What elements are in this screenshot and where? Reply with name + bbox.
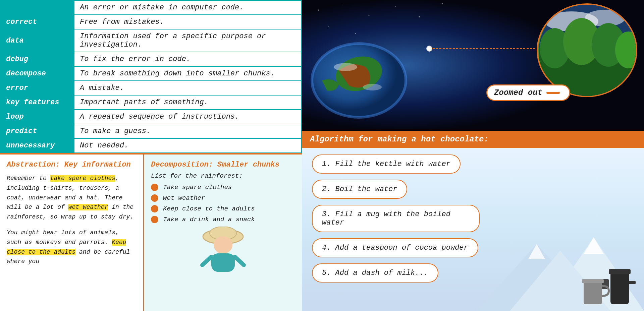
- zoomed-out-text: Zoomed out: [494, 88, 542, 97]
- left-panel: An error or mistake in computer code. co…: [0, 0, 302, 311]
- abstraction-text: Remember to take spare clothes, includin…: [7, 174, 137, 266]
- zoomed-view-icon: [538, 5, 637, 97]
- term-cell: decompose: [0, 66, 74, 81]
- bullet-icon: [151, 205, 158, 212]
- svg-rect-3: [211, 253, 235, 272]
- algo-step-4: 4. Add a teaspoon of cocoa powder: [312, 238, 478, 257]
- decomp-list: Take spare clothes Wet weather Keep clos…: [151, 184, 295, 223]
- algo-step-1: 1. Fill the kettle with water: [312, 154, 461, 174]
- svg-line-5: [235, 257, 244, 265]
- svg-point-31: [427, 46, 432, 51]
- term-cell: predict: [0, 124, 74, 138]
- zoom-line-indicator-icon: [546, 92, 560, 94]
- svg-line-4: [202, 257, 211, 265]
- svg-point-12: [442, 3, 443, 4]
- algorithm-title-bar: Algorithm for making a hot chocolate:: [302, 131, 644, 148]
- algorithm-steps: 1. Fill the kettle with water 2. Boil th…: [302, 148, 644, 289]
- zoom-circle: [537, 3, 637, 97]
- svg-point-2: [214, 236, 232, 254]
- term-cell: [0, 0, 74, 15]
- vocab-table: An error or mistake in computer code. co…: [0, 0, 302, 153]
- svg-point-9: [369, 15, 370, 16]
- definition-cell: Information used for a specific purpose …: [74, 29, 302, 52]
- table-row: correct Free from mistakes.: [0, 15, 302, 29]
- list-item: Take spare clothes: [151, 184, 295, 191]
- table-row: predict To make a guess.: [0, 124, 302, 138]
- decomp-panel: Decomposition: Smaller chunks List for t…: [144, 154, 302, 311]
- list-item: Take a drink and a snack: [151, 216, 295, 223]
- decomp-image: [151, 227, 295, 273]
- svg-point-11: [419, 16, 420, 17]
- definition-cell: To make a guess.: [74, 124, 302, 138]
- definition-cell: Important parts of something.: [74, 95, 302, 110]
- highlight-weather: wet weather: [68, 204, 108, 210]
- bullet-icon: [151, 194, 158, 202]
- algo-step-3: 3. Fill a mug with the boiled water: [312, 205, 480, 232]
- svg-point-7: [318, 10, 319, 11]
- abstraction-title: Abstraction: Key information: [7, 161, 137, 169]
- term-cell: unnecessary: [0, 138, 74, 153]
- definition-cell: An error or mistake in computer code.: [74, 0, 302, 15]
- definition-cell: To break something down into smaller chu…: [74, 66, 302, 81]
- table-row: unnecessary Not needed.: [0, 138, 302, 153]
- list-item-text: Take spare clothes: [163, 184, 232, 191]
- list-item: Keep close to the adults: [151, 205, 295, 212]
- table-row: loop A repeated sequence of instructions…: [0, 110, 302, 124]
- abstraction-panel: Abstraction: Key information Remember to…: [0, 154, 144, 311]
- svg-point-10: [395, 6, 396, 7]
- svg-point-20: [363, 84, 382, 90]
- term-cell: error: [0, 81, 74, 95]
- earth-section: Zoomed out: [302, 0, 644, 131]
- definition-cell: A repeated sequence of instructions.: [74, 110, 302, 124]
- table-row: An error or mistake in computer code.: [0, 0, 302, 15]
- term-cell: data: [0, 29, 74, 52]
- table-row: error A mistake.: [0, 81, 302, 95]
- zoomed-out-label: Zoomed out: [486, 84, 570, 101]
- decomp-subtitle: List for the rainforest:: [151, 172, 295, 180]
- table-row: decompose To break something down into s…: [0, 66, 302, 81]
- highlight-adults: Keep close to the adults: [7, 239, 126, 255]
- svg-point-19: [334, 63, 357, 71]
- definition-cell: A mistake.: [74, 81, 302, 95]
- rainforest-figure-icon: [196, 227, 250, 273]
- definition-cell: To fix the error in code.: [74, 52, 302, 66]
- earth-globe-icon: [305, 27, 413, 121]
- algo-step-2: 2. Boil the water: [312, 180, 407, 199]
- right-panel: Zoomed out Algorithm for making a hot ch…: [302, 0, 644, 311]
- table-row: debug To fix the error in code.: [0, 52, 302, 66]
- bullet-icon: [151, 184, 158, 191]
- term-cell: key features: [0, 95, 74, 110]
- term-cell: loop: [0, 110, 74, 124]
- list-item-text: Keep close to the adults: [163, 205, 255, 212]
- table-row: data Information used for a specific pur…: [0, 29, 302, 52]
- definition-cell: Free from mistakes.: [74, 15, 302, 29]
- algorithm-title: Algorithm for making a hot chocolate:: [310, 135, 489, 144]
- list-item-text: Take a drink and a snack: [163, 216, 255, 223]
- definition-cell: Not needed.: [74, 138, 302, 153]
- highlight-clothes: take spare clothes: [50, 175, 115, 182]
- list-item-text: Wet weather: [163, 194, 205, 202]
- decomp-title: Decomposition: Smaller chunks: [151, 161, 295, 169]
- bottom-split: Abstraction: Key information Remember to…: [0, 153, 302, 311]
- list-item: Wet weather: [151, 194, 295, 202]
- svg-point-8: [342, 5, 342, 5]
- algo-step-5: 5. Add a dash of milk...: [312, 263, 438, 283]
- algorithm-section: 1. Fill the kettle with water 2. Boil th…: [302, 148, 644, 311]
- table-row: key features Important parts of somethin…: [0, 95, 302, 110]
- bullet-icon: [151, 216, 158, 223]
- term-cell: debug: [0, 52, 74, 66]
- term-cell: correct: [0, 15, 74, 29]
